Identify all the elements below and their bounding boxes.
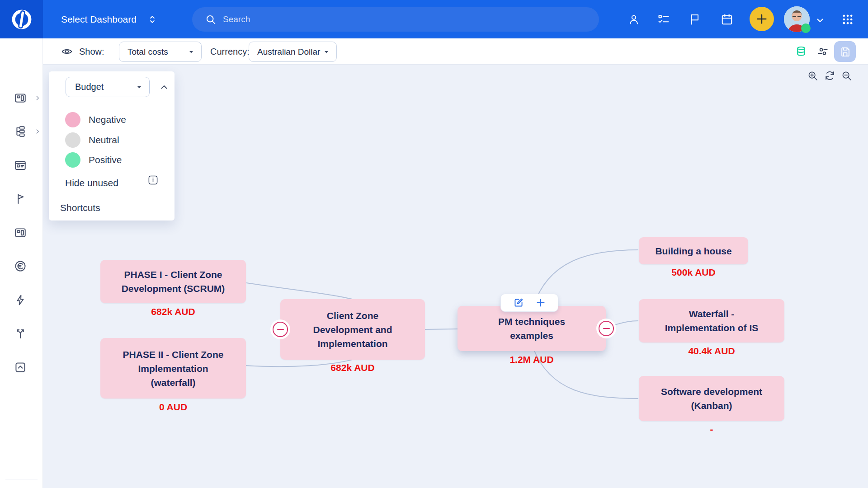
apps-grid-icon[interactable] bbox=[841, 13, 854, 26]
save-icon bbox=[839, 46, 851, 58]
logo-icon bbox=[10, 8, 33, 31]
legend-item-negative: Negative bbox=[65, 112, 126, 127]
negative-color-dot bbox=[65, 112, 80, 127]
dashboard-selector[interactable]: Select Dashboard bbox=[61, 0, 158, 38]
sidebar-milestones-icon[interactable] bbox=[14, 192, 27, 205]
add-child-node-button[interactable] bbox=[535, 297, 547, 309]
updown-chevrons-icon bbox=[146, 14, 158, 25]
search-icon bbox=[205, 14, 217, 25]
tasks-icon[interactable] bbox=[657, 13, 670, 26]
currency-select-value: Australian Dollar bbox=[257, 47, 320, 57]
sidebar-structure-icon[interactable] bbox=[14, 125, 27, 138]
app-logo[interactable] bbox=[0, 0, 43, 38]
node-value: - bbox=[639, 424, 784, 435]
edit-node-button[interactable] bbox=[513, 297, 524, 309]
mindmap-node-phase1[interactable]: PHASE I - Client Zone Development (SCRUM… bbox=[100, 260, 246, 303]
currency-label: Currency: bbox=[210, 38, 250, 65]
node-value: 682k AUD bbox=[100, 306, 246, 317]
legend-item-label: Negative bbox=[89, 114, 126, 125]
top-navbar: Select Dashboard bbox=[0, 0, 868, 38]
mindmap-node-pm-techniques[interactable]: PM techniques examples bbox=[458, 306, 606, 351]
legend-collapse-chevron[interactable] bbox=[159, 82, 170, 93]
node-action-toolbar bbox=[500, 294, 558, 312]
view-toolbar: Show: Total costs Currency: Australian D… bbox=[43, 38, 868, 65]
sidebar-structure-expand-chevron[interactable] bbox=[34, 128, 41, 135]
legend-type-value: Budget bbox=[75, 82, 104, 92]
sidebar-updates-icon[interactable] bbox=[14, 361, 27, 374]
add-button[interactable] bbox=[750, 7, 774, 31]
collapse-branch-button-right[interactable] bbox=[599, 321, 614, 336]
show-label: Show: bbox=[79, 38, 104, 65]
node-title: PHASE I - Client Zone Development (SCRUM… bbox=[117, 267, 230, 296]
sidebar-dashboards-expand-chevron[interactable] bbox=[34, 95, 41, 101]
caret-down-icon bbox=[137, 84, 142, 90]
sidebar-dashboards-icon[interactable] bbox=[14, 92, 27, 104]
profile-icon[interactable] bbox=[627, 13, 640, 26]
dashboard-selector-label: Select Dashboard bbox=[61, 14, 137, 25]
sidebar-finance-icon[interactable] bbox=[14, 260, 27, 272]
minus-icon bbox=[277, 329, 284, 330]
sidebar-divider bbox=[5, 479, 38, 479]
search-input[interactable] bbox=[223, 14, 576, 24]
node-title: PHASE II - Client Zone Implementation (w… bbox=[118, 347, 229, 389]
calendar-icon[interactable] bbox=[721, 13, 733, 26]
show-select-value: Total costs bbox=[127, 47, 168, 57]
node-value: 682k AUD bbox=[280, 362, 425, 373]
mindmap-node-kanban[interactable]: Software development (Kanban) bbox=[639, 376, 784, 421]
legend-item-positive: Positive bbox=[65, 152, 122, 168]
sidebar-board-view-icon[interactable] bbox=[14, 159, 27, 172]
node-title: Waterfall - Implementation of IS bbox=[659, 307, 765, 335]
sliders-icon[interactable] bbox=[817, 46, 829, 57]
sidebar-reports-icon[interactable] bbox=[14, 226, 27, 239]
node-value: 500k AUD bbox=[639, 267, 748, 278]
show-select[interactable]: Total costs bbox=[119, 42, 202, 62]
sidebar-branching-icon[interactable] bbox=[14, 327, 27, 340]
presence-dot bbox=[801, 23, 811, 33]
zoom-out-button[interactable] bbox=[841, 70, 853, 82]
hide-unused-toggle[interactable]: Hide unused bbox=[65, 177, 118, 189]
zoom-in-button[interactable] bbox=[807, 70, 819, 82]
legend-panel: Budget Negative Neutral Positive Hide un… bbox=[49, 71, 175, 221]
node-title: Client Zone Development and Implementati… bbox=[309, 309, 397, 351]
minus-icon bbox=[603, 328, 610, 329]
collapse-branch-button-left[interactable] bbox=[273, 322, 288, 337]
positive-color-dot bbox=[65, 152, 80, 168]
flag-icon[interactable] bbox=[689, 13, 701, 26]
search-bar[interactable] bbox=[192, 7, 599, 32]
legend-item-label: Neutral bbox=[89, 135, 119, 145]
legend-type-select[interactable]: Budget bbox=[66, 77, 150, 97]
app-root: Select Dashboard bbox=[0, 0, 868, 488]
eye-icon[interactable] bbox=[61, 46, 73, 57]
mindmap-node-waterfall[interactable]: Waterfall - Implementation of IS bbox=[639, 299, 784, 343]
save-button[interactable] bbox=[834, 41, 856, 62]
shortcuts-section[interactable]: Shortcuts bbox=[60, 202, 100, 213]
mindmap-node-building-house[interactable]: Building a house bbox=[639, 237, 748, 264]
refresh-button[interactable] bbox=[824, 70, 835, 81]
node-title: Software development (Kanban) bbox=[657, 385, 766, 413]
node-value: 0 AUD bbox=[100, 402, 246, 413]
node-title: Building a house bbox=[655, 244, 731, 258]
node-value: 1.2M AUD bbox=[458, 354, 606, 365]
info-icon[interactable] bbox=[148, 175, 158, 185]
node-value: 40.4k AUD bbox=[639, 346, 784, 357]
neutral-color-dot bbox=[65, 132, 80, 148]
caret-down-icon bbox=[189, 49, 194, 55]
sidebar-automation-icon[interactable] bbox=[14, 294, 27, 306]
legend-item-neutral: Neutral bbox=[65, 132, 119, 148]
currency-select[interactable]: Australian Dollar bbox=[249, 42, 337, 62]
avatar-chevron-down-icon[interactable] bbox=[815, 15, 826, 26]
database-icon[interactable] bbox=[795, 46, 807, 57]
mindmap-node-phase2[interactable]: PHASE II - Client Zone Implementation (w… bbox=[100, 338, 246, 399]
legend-divider bbox=[60, 195, 164, 195]
caret-down-icon bbox=[324, 49, 329, 55]
mindmap-node-client-zone[interactable]: Client Zone Development and Implementati… bbox=[280, 299, 425, 360]
node-title: PM techniques examples bbox=[492, 314, 571, 343]
legend-item-label: Positive bbox=[89, 155, 122, 165]
left-sidebar bbox=[0, 38, 43, 488]
